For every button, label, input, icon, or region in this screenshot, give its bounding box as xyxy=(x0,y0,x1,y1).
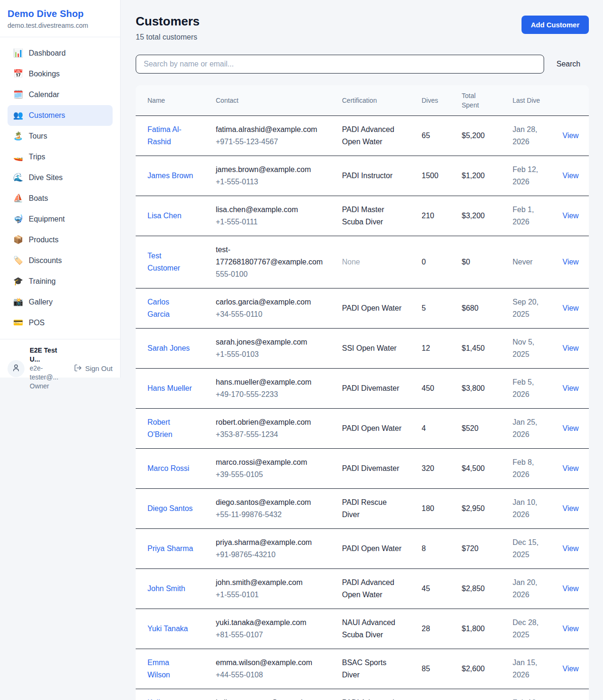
add-customer-button[interactable]: Add Customer xyxy=(522,16,589,34)
page-header: Customers 15 total customers Add Custome… xyxy=(136,14,589,41)
sidebar-item-calendar[interactable]: 🗓️ Calendar xyxy=(8,84,113,105)
customer-name-link[interactable]: James Brown xyxy=(147,170,193,182)
sidebar-item-label: Training xyxy=(29,276,56,287)
view-customer-link[interactable]: View xyxy=(562,212,579,220)
sidebar-item-equipment[interactable]: 🤿 Equipment xyxy=(8,209,113,230)
customer-certification: PADI Open Water xyxy=(342,422,401,435)
view-customer-link[interactable]: View xyxy=(562,544,579,552)
customer-email: keiko.yamamoto@example.com xyxy=(216,697,329,700)
sidebar-item-pos[interactable]: 💳 POS xyxy=(8,313,113,333)
view-customer-link[interactable]: View xyxy=(562,172,579,180)
customer-name-link[interactable]: Hans Mueller xyxy=(147,382,192,395)
customer-name-link[interactable]: Keiko Yamamoto xyxy=(147,697,193,700)
view-customer-link[interactable]: View xyxy=(562,424,579,432)
user-email: e2e-tester@... xyxy=(30,364,69,382)
column-header-actions xyxy=(562,85,589,116)
page-title: Customers xyxy=(136,14,200,29)
customer-certification: PADI Advanced Open Water xyxy=(342,697,404,700)
customer-name-link[interactable]: Robert O'Brien xyxy=(147,416,193,441)
column-header-certification: Certification xyxy=(342,85,422,116)
customer-certification: PADI Divemaster xyxy=(342,462,399,475)
customer-email: john.smith@example.com xyxy=(216,576,329,589)
customer-dives: 4 xyxy=(422,424,426,432)
customer-last-dive: Dec 28, 2025 xyxy=(513,617,547,641)
customer-phone: +55-11-99876-5432 xyxy=(216,509,329,521)
customer-email: test-1772681807767@example.com xyxy=(216,244,329,268)
search-input[interactable] xyxy=(136,55,544,74)
sidebar-item-dashboard[interactable]: 📊 Dashboard xyxy=(8,43,113,64)
sidebar-item-label: Customers xyxy=(29,110,65,121)
table-row: Robert O'Brien robert.obrien@example.com… xyxy=(136,409,589,449)
customer-last-dive: Jan 15, 2026 xyxy=(513,657,547,681)
customers-icon: 👥 xyxy=(13,111,23,120)
customer-name-link[interactable]: Yuki Tanaka xyxy=(147,623,188,635)
customer-name-link[interactable]: John Smith xyxy=(147,583,185,595)
view-customer-link[interactable]: View xyxy=(562,625,579,633)
view-customer-link[interactable]: View xyxy=(562,384,579,392)
customer-name-link[interactable]: Diego Santos xyxy=(147,502,193,515)
column-header-name: Name xyxy=(136,85,216,116)
customer-email: marco.rossi@example.com xyxy=(216,456,329,469)
customer-certification: PADI Advanced Open Water xyxy=(342,124,404,148)
sidebar-item-gallery[interactable]: 📸 Gallery xyxy=(8,292,113,313)
calendar-icon: 🗓️ xyxy=(13,90,23,99)
column-header-dives: Dives xyxy=(422,85,462,116)
view-customer-link[interactable]: View xyxy=(562,665,579,673)
sidebar-item-label: Calendar xyxy=(29,89,59,100)
sidebar-item-tours[interactable]: 🏝️ Tours xyxy=(8,126,113,147)
customer-email: fatima.alrashid@example.com xyxy=(216,124,329,136)
customer-phone: +1-555-0103 xyxy=(216,348,329,361)
sidebar-item-customers[interactable]: 👥 Customers xyxy=(8,105,113,126)
sidebar-item-training[interactable]: 🎓 Training xyxy=(8,271,113,292)
customer-last-dive: Jan 20, 2026 xyxy=(513,576,547,601)
customer-name-link[interactable]: Lisa Chen xyxy=(147,210,181,222)
sidebar-item-label: Bookings xyxy=(29,68,60,80)
customer-last-dive: Nov 5, 2025 xyxy=(513,336,547,361)
sign-out-button[interactable]: Sign Out xyxy=(74,364,113,373)
view-customer-link[interactable]: View xyxy=(562,132,579,140)
customer-email: yuki.tanaka@example.com xyxy=(216,617,329,629)
search-button[interactable]: Search xyxy=(556,60,580,68)
sidebar-item-bookings[interactable]: 📅 Bookings xyxy=(8,64,113,84)
user-role: Owner xyxy=(30,382,69,391)
customer-name-link[interactable]: Priya Sharma xyxy=(147,543,193,555)
pos-icon: 💳 xyxy=(13,318,23,328)
customer-name-link[interactable]: Carlos Garcia xyxy=(147,296,193,321)
customer-total-spent: $3,800 xyxy=(462,384,485,392)
customer-last-dive: Jan 25, 2026 xyxy=(513,416,547,441)
customer-name-link[interactable]: Test Customer xyxy=(147,250,193,274)
sidebar-item-trips[interactable]: 🚤 Trips xyxy=(8,147,113,167)
products-icon: 📦 xyxy=(13,235,23,245)
sidebar-item-discounts[interactable]: 🏷️ Discounts xyxy=(8,250,113,271)
customer-total-spent: $4,500 xyxy=(462,464,485,472)
sidebar-item-label: Tours xyxy=(29,131,47,142)
view-customer-link[interactable]: View xyxy=(562,344,579,352)
sidebar-nav: 📊 Dashboard 📅 Bookings 🗓️ Calendar 👥 Cus… xyxy=(0,37,120,339)
customer-phone: +1-555-0111 xyxy=(216,216,329,228)
search-row: Search xyxy=(136,55,589,74)
shop-subdomain: demo.test.divestreams.com xyxy=(8,22,113,29)
sidebar-item-products[interactable]: 📦 Products xyxy=(8,230,113,250)
customer-total-spent: $5,200 xyxy=(462,132,485,140)
customer-last-dive: Feb 12, 2026 xyxy=(513,164,547,188)
customer-email: sarah.jones@example.com xyxy=(216,336,329,348)
customer-name-link[interactable]: Emma Wilson xyxy=(147,657,193,681)
customer-dives: 450 xyxy=(422,384,434,392)
customer-name-link[interactable]: Marco Rossi xyxy=(147,462,189,475)
customer-total-spent: $1,450 xyxy=(462,344,485,352)
view-customer-link[interactable]: View xyxy=(562,304,579,312)
sidebar-item-boats[interactable]: ⛵ Boats xyxy=(8,188,113,209)
trips-icon: 🚤 xyxy=(13,152,23,162)
customer-email: james.brown@example.com xyxy=(216,164,329,176)
customer-name-link[interactable]: Fatima Al-Rashid xyxy=(147,124,193,148)
view-customer-link[interactable]: View xyxy=(562,585,579,593)
customer-phone: 555-0100 xyxy=(216,268,329,280)
sidebar: Demo Dive Shop demo.test.divestreams.com… xyxy=(0,0,121,378)
customer-dives: 8 xyxy=(422,544,426,552)
view-customer-link[interactable]: View xyxy=(562,504,579,512)
view-customer-link[interactable]: View xyxy=(562,258,579,266)
sidebar-item-dive-sites[interactable]: 🌊 Dive Sites xyxy=(8,167,113,188)
view-customer-link[interactable]: View xyxy=(562,464,579,472)
customer-name-link[interactable]: Sarah Jones xyxy=(147,342,190,354)
customer-last-dive: Jan 10, 2026 xyxy=(513,496,547,521)
